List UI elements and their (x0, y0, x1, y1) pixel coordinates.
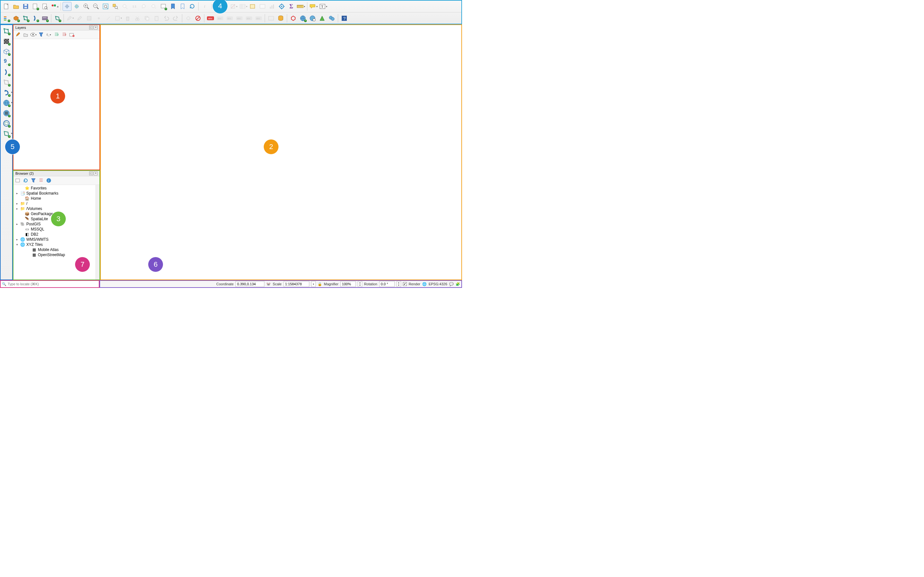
add-postgis-side-button[interactable]: +▸ (2, 88, 11, 97)
layers-tree[interactable] (13, 39, 99, 169)
add-group-icon[interactable] (23, 31, 29, 38)
browser-tree-item[interactable]: ▸📑Spatial Bookmarks (14, 191, 95, 196)
new-geopackage-button[interactable]: + (11, 14, 21, 23)
zoom-full-button[interactable] (101, 2, 110, 11)
add-vector-layer-side-button[interactable]: + (2, 26, 11, 36)
magnifier-spinner[interactable]: ▲▼ (358, 281, 362, 287)
add-wms-side-button[interactable]: +▸ (2, 98, 11, 108)
filter-icon[interactable] (38, 31, 44, 38)
extents-icon[interactable]: 🐭 (266, 282, 271, 286)
expand-caret-icon[interactable]: ▸ (15, 202, 19, 205)
new-map-view-button[interactable]: + (159, 2, 168, 11)
scrollbar[interactable] (95, 185, 99, 279)
pan-to-selection-button[interactable] (72, 2, 81, 11)
browser-panel-title-bar[interactable]: Browser (2) ◱ ✕ (13, 171, 99, 176)
scale-field[interactable]: 1:1584378 (284, 281, 309, 287)
expand-caret-icon[interactable]: ▾ (15, 243, 19, 246)
browser-tree-item[interactable]: 🏠Home (14, 196, 95, 201)
toolbox-button[interactable] (277, 2, 286, 11)
properties-icon[interactable]: i (45, 177, 52, 184)
open-project-button[interactable] (11, 2, 21, 11)
show-bookmarks-button[interactable] (178, 2, 187, 11)
labeling-button[interactable]: abc (206, 14, 215, 23)
add-mesh-layer-side-button[interactable]: + (2, 47, 11, 56)
plugin-icon[interactable]: 🧩 (456, 282, 460, 286)
refresh-icon[interactable] (23, 177, 29, 184)
filter-icon[interactable] (30, 177, 37, 184)
add-spatialite-side-button[interactable]: + (2, 67, 11, 77)
new-spatialite-button[interactable]: + (31, 14, 40, 23)
db-manager-button[interactable] (276, 14, 285, 23)
scale-dropdown-icon[interactable]: ▾ (311, 281, 316, 287)
browser-tree-item[interactable]: ▾🌐XYZ Tiles (14, 242, 95, 247)
new-shapefile-button[interactable]: + (21, 14, 30, 23)
crs-label[interactable]: EPSG:4326 (429, 282, 447, 286)
collapse-icon[interactable] (38, 177, 44, 184)
add-layer-icon[interactable] (15, 177, 21, 184)
map-canvas[interactable] (100, 24, 462, 280)
new-virtual-layer-button[interactable]: + (40, 14, 49, 23)
field-calculator-button[interactable] (248, 2, 257, 11)
new-print-layout-button[interactable]: + (31, 2, 40, 11)
topology-checker-button[interactable] (289, 14, 298, 23)
pan-button[interactable] (63, 2, 71, 11)
metasearch-button[interactable]: + (298, 14, 307, 23)
zoom-selection-button[interactable] (111, 2, 120, 11)
browser-tree-item[interactable]: ⭐Favorites (14, 185, 95, 191)
undock-icon[interactable]: ◱ (89, 171, 93, 175)
new-shapefile-side-button[interactable]: +▸ (2, 129, 11, 139)
manage-visibility-icon[interactable]: ▾ (30, 31, 37, 38)
layout-manager-button[interactable] (40, 2, 49, 11)
close-icon[interactable]: ✕ (94, 26, 97, 29)
expand-caret-icon[interactable]: ▸ (15, 207, 19, 210)
rotation-spinner[interactable]: ▲▼ (397, 281, 401, 287)
add-delimited-text-side-button[interactable]: 9,+ (2, 57, 11, 67)
browser-tree-item[interactable]: ▸📁/Volumes (14, 206, 95, 211)
no-action-button[interactable] (194, 14, 202, 23)
add-wcs-side-button[interactable]: + (2, 108, 11, 118)
geometry-checker-button[interactable] (308, 14, 317, 23)
add-raster-layer-side-button[interactable]: + (2, 37, 11, 46)
expand-caret-icon[interactable]: ▸ (15, 238, 19, 241)
add-vector-layer-button[interactable]: + (53, 14, 62, 23)
measure-button[interactable]: ▾ (296, 2, 305, 11)
add-wfs-side-button[interactable]: + (2, 119, 11, 128)
expression-icon[interactable]: ε□▾ (45, 31, 52, 38)
refresh-button[interactable] (188, 2, 197, 11)
layers-panel-title-bar[interactable]: Layers ◱ ✕ (13, 25, 99, 31)
browser-tree-item[interactable]: ▸📁/ (14, 201, 95, 206)
data-source-manager-button[interactable]: + (2, 14, 11, 23)
osm-button[interactable] (327, 14, 336, 23)
expand-caret-icon[interactable]: ▸ (15, 222, 19, 226)
grass-button[interactable] (318, 14, 326, 23)
crs-icon[interactable]: 🌐 (422, 282, 427, 286)
text-annotation-button[interactable]: T▾ (318, 2, 328, 11)
new-bookmark-button[interactable] (168, 2, 178, 11)
zoom-in-button[interactable] (82, 2, 91, 11)
style-icon[interactable] (15, 31, 21, 38)
map-tips-button[interactable]: ▾ (309, 2, 318, 11)
remove-layer-icon[interactable] (69, 31, 75, 38)
close-icon[interactable]: ✕ (94, 171, 97, 175)
messages-icon[interactable]: 💬 (449, 282, 454, 286)
lock-icon[interactable]: 🔒 (318, 282, 322, 286)
render-checkbox[interactable]: ✔ (403, 282, 407, 286)
rotation-field[interactable]: 0.0 ° (379, 281, 395, 287)
undock-icon[interactable]: ◱ (89, 26, 93, 29)
add-virtual-side-button[interactable]: + (2, 77, 11, 87)
browser-tree-item[interactable]: ▸🌐WMS/WMTS (14, 237, 95, 242)
browser-tree-item[interactable]: ▭MSSQL (14, 227, 95, 232)
locator-input[interactable] (8, 282, 65, 286)
expand-all-icon[interactable] (53, 31, 60, 38)
browser-tree-item[interactable]: ◧DB2 (14, 232, 95, 237)
collapse-all-icon[interactable] (61, 31, 67, 38)
magnifier-field[interactable]: 100% (341, 281, 356, 287)
coordinate-field[interactable]: 0.390,0.134 (236, 281, 264, 287)
help-button[interactable]: ? (340, 14, 349, 23)
locator-bar[interactable]: 🔍 (0, 280, 99, 288)
browser-tree-item[interactable]: ▦Mobile Atlas (14, 247, 95, 252)
sigma-button[interactable]: Σ (287, 2, 296, 11)
new-project-button[interactable] (2, 2, 11, 11)
browser-tree-item[interactable]: ▦OpenStreetMap (14, 252, 95, 258)
style-manager-button[interactable]: a (50, 2, 59, 11)
